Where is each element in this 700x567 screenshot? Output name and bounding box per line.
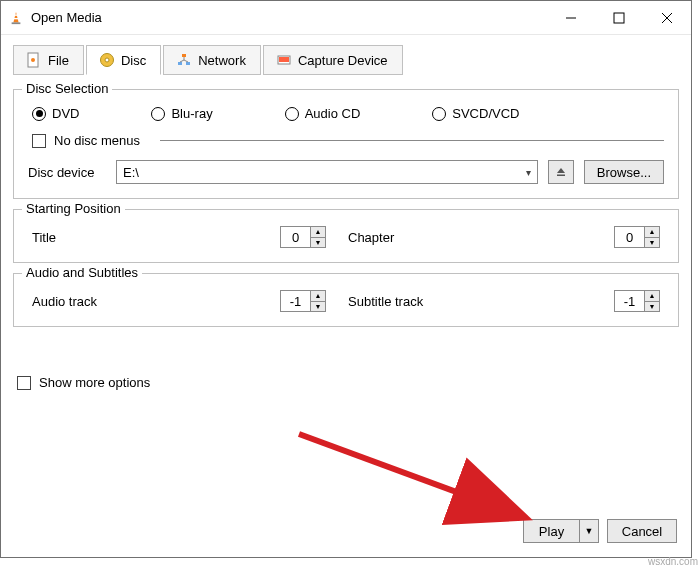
svg-point-11 — [105, 58, 109, 62]
disc-device-row: Disc device E:\ ▾ Browse... — [28, 160, 664, 184]
audio-track-spinner[interactable]: -1 ▲ ▼ — [280, 290, 326, 312]
eject-button[interactable] — [548, 160, 574, 184]
tab-capture[interactable]: Capture Device — [263, 45, 403, 75]
play-dropdown-button[interactable]: ▼ — [579, 519, 599, 543]
svg-rect-2 — [13, 18, 18, 19]
disc-device-value: E:\ — [123, 165, 139, 180]
no-disc-menus-checkbox[interactable] — [32, 134, 46, 148]
audio-col: Audio track -1 ▲ ▼ — [32, 290, 348, 312]
footer-buttons: Play ▼ Cancel — [523, 519, 677, 543]
title-spin-down[interactable]: ▼ — [311, 238, 325, 248]
play-label: Play — [539, 524, 564, 539]
play-split-button: Play ▼ — [523, 519, 599, 543]
radio-audiocd-label: Audio CD — [305, 106, 361, 121]
audio-subtitles-row: Audio track -1 ▲ ▼ Subtitle track -1 — [28, 284, 664, 312]
file-icon — [26, 52, 42, 68]
chapter-spin-up[interactable]: ▲ — [645, 227, 659, 238]
chevron-down-icon: ▼ — [585, 526, 594, 536]
cancel-button[interactable]: Cancel — [607, 519, 677, 543]
network-icon — [176, 52, 192, 68]
subtitle-track-label: Subtitle track — [348, 294, 423, 309]
svg-marker-0 — [13, 11, 18, 22]
window-controls — [547, 1, 691, 35]
svg-line-23 — [299, 434, 516, 514]
radio-audiocd[interactable]: Audio CD — [285, 106, 361, 121]
svg-rect-3 — [12, 22, 21, 24]
svg-rect-12 — [182, 54, 186, 57]
minimize-button[interactable] — [547, 1, 595, 35]
subtitle-spin-buttons: ▲ ▼ — [644, 291, 659, 311]
disc-selection-group: Disc Selection DVD Blu-ray Audio CD SVCD… — [13, 89, 679, 199]
svg-rect-14 — [186, 62, 190, 65]
capture-icon — [276, 52, 292, 68]
subtitle-spin-up[interactable]: ▲ — [645, 291, 659, 302]
watermark: wsxdn.com — [648, 556, 698, 567]
titlebar: Open Media — [1, 1, 691, 35]
title-spinner[interactable]: 0 ▲ ▼ — [280, 226, 326, 248]
separator-line — [160, 140, 664, 141]
svg-line-17 — [184, 60, 188, 62]
title-spin-up[interactable]: ▲ — [311, 227, 325, 238]
starting-position-group: Starting Position Title 0 ▲ ▼ Chapter — [13, 209, 679, 263]
tab-bar: File Disc Network — [13, 45, 679, 75]
cancel-label: Cancel — [622, 524, 662, 539]
subtitle-track-spinner[interactable]: -1 ▲ ▼ — [614, 290, 660, 312]
subtitle-col: Subtitle track -1 ▲ ▼ — [348, 290, 664, 312]
chapter-spin-down[interactable]: ▼ — [645, 238, 659, 248]
tab-network[interactable]: Network — [163, 45, 261, 75]
chapter-label: Chapter — [348, 230, 394, 245]
annotation-arrow — [291, 426, 551, 536]
radio-dvd-label: DVD — [52, 106, 79, 121]
radio-bluray-label: Blu-ray — [171, 106, 212, 121]
audio-spin-up[interactable]: ▲ — [311, 291, 325, 302]
subtitle-spin-down[interactable]: ▼ — [645, 302, 659, 312]
radio-bluray-indicator — [151, 107, 165, 121]
title-col: Title 0 ▲ ▼ — [32, 226, 348, 248]
eject-icon — [555, 166, 567, 178]
title-value: 0 — [281, 227, 310, 247]
title-label: Title — [32, 230, 56, 245]
svg-rect-21 — [557, 175, 565, 177]
audio-subtitles-title: Audio and Subtitles — [22, 265, 142, 280]
show-more-row: Show more options — [17, 375, 679, 390]
svg-rect-5 — [614, 13, 624, 23]
close-button[interactable] — [643, 1, 691, 35]
radio-svcd-indicator — [432, 107, 446, 121]
chapter-value: 0 — [615, 227, 644, 247]
browse-button[interactable]: Browse... — [584, 160, 664, 184]
maximize-button[interactable] — [595, 1, 643, 35]
tab-file[interactable]: File — [13, 45, 84, 75]
audio-spin-down[interactable]: ▼ — [311, 302, 325, 312]
svg-line-16 — [180, 60, 184, 62]
disc-icon — [99, 52, 115, 68]
svg-point-9 — [31, 58, 35, 62]
subtitle-track-value: -1 — [615, 291, 644, 311]
no-disc-menus-label: No disc menus — [54, 133, 140, 148]
position-row: Title 0 ▲ ▼ Chapter 0 ▲ — [28, 220, 664, 248]
radio-dvd[interactable]: DVD — [32, 106, 79, 121]
radio-svcd[interactable]: SVCD/VCD — [432, 106, 519, 121]
svg-marker-20 — [557, 168, 565, 173]
chapter-spinner[interactable]: 0 ▲ ▼ — [614, 226, 660, 248]
radio-audiocd-indicator — [285, 107, 299, 121]
disc-type-row: DVD Blu-ray Audio CD SVCD/VCD — [28, 100, 664, 133]
tab-disc-label: Disc — [121, 53, 146, 68]
disc-device-label: Disc device — [28, 165, 106, 180]
content-area: File Disc Network — [1, 35, 691, 398]
show-more-label: Show more options — [39, 375, 150, 390]
show-more-checkbox[interactable] — [17, 376, 31, 390]
tab-capture-label: Capture Device — [298, 53, 388, 68]
tab-disc[interactable]: Disc — [86, 45, 161, 75]
no-disc-menus-row: No disc menus — [28, 133, 664, 148]
chevron-down-icon: ▾ — [526, 167, 531, 178]
audio-subtitles-group: Audio and Subtitles Audio track -1 ▲ ▼ S… — [13, 273, 679, 327]
tab-file-label: File — [48, 53, 69, 68]
radio-svcd-label: SVCD/VCD — [452, 106, 519, 121]
radio-bluray[interactable]: Blu-ray — [151, 106, 212, 121]
vlc-cone-icon — [9, 11, 23, 25]
svg-rect-13 — [178, 62, 182, 65]
chapter-col: Chapter 0 ▲ ▼ — [348, 226, 664, 248]
disc-device-combo[interactable]: E:\ ▾ — [116, 160, 538, 184]
starting-position-title: Starting Position — [22, 201, 125, 216]
play-button[interactable]: Play — [523, 519, 579, 543]
